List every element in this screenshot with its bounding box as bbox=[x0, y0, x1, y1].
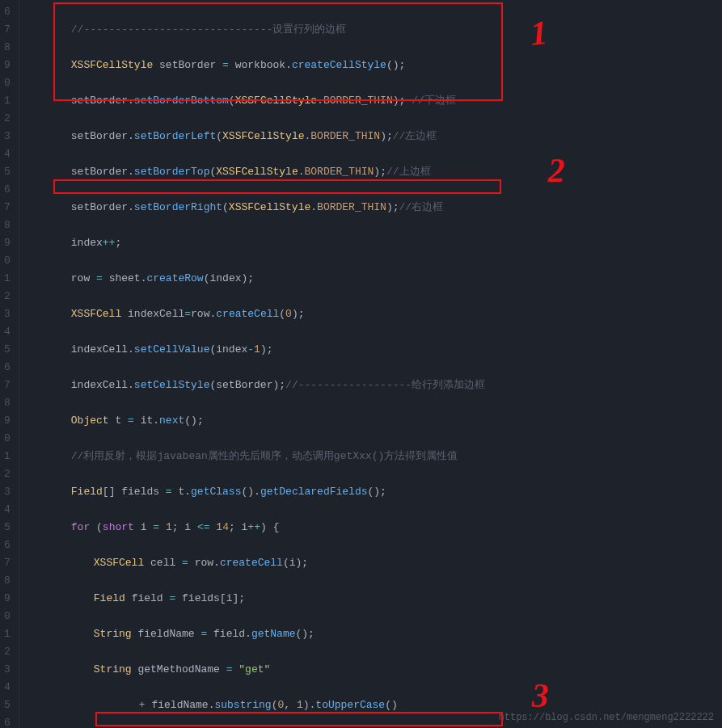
line-number: 1 bbox=[4, 625, 11, 643]
code-line: Field[] fields = t.getClass().getDeclare… bbox=[26, 483, 722, 501]
line-number: 1 bbox=[4, 448, 11, 465]
code-area[interactable]: //------------------------------设置行列的边框 … bbox=[19, 0, 722, 728]
line-number: 2 bbox=[4, 643, 11, 661]
line-number: 3 bbox=[4, 305, 11, 323]
line-number: 9 bbox=[4, 590, 11, 608]
line-number: 0 bbox=[4, 74, 11, 92]
code-line: String getMethodName = "get" bbox=[26, 661, 722, 679]
code-line: XSSFCell indexCell=row.createCell(0); bbox=[26, 305, 722, 323]
line-number: 9 bbox=[4, 234, 11, 252]
code-line: for (short i = 1; i <= 14; i++) { bbox=[26, 519, 722, 537]
line-number: 4 bbox=[4, 501, 11, 519]
code-line: setBorder.setBorderBottom(XSSFCellStyle.… bbox=[26, 92, 722, 110]
line-number: 2 bbox=[4, 288, 11, 305]
code-line: setBorder.setBorderLeft(XSSFCellStyle.BO… bbox=[26, 128, 722, 145]
code-line: Object t = it.next(); bbox=[26, 412, 722, 430]
code-line: //利用反射，根据javabean属性的先后顺序，动态调用getXxx()方法得… bbox=[26, 448, 722, 465]
line-number: 2 bbox=[4, 110, 11, 128]
line-number: 6 bbox=[4, 537, 11, 554]
code-line: XSSFCell cell = row.createCell(i); bbox=[26, 554, 722, 572]
line-number: 0 bbox=[4, 430, 11, 448]
line-number: 6 bbox=[4, 359, 11, 377]
line-number: 5 bbox=[4, 341, 11, 359]
code-line: index++; bbox=[26, 234, 722, 252]
watermark: https://blog.csdn.net/mengmeng2222222 bbox=[499, 712, 714, 723]
line-number: 8 bbox=[4, 394, 11, 412]
line-number: 8 bbox=[4, 217, 11, 234]
line-number: 1 bbox=[4, 270, 11, 288]
line-number: 6 bbox=[4, 3, 11, 21]
line-number: 9 bbox=[4, 57, 11, 74]
line-number: 5 bbox=[4, 519, 11, 537]
line-number: 7 bbox=[4, 377, 11, 394]
line-number: 0 bbox=[4, 608, 11, 625]
line-number: 4 bbox=[4, 679, 11, 696]
code-line: setBorder.setBorderRight(XSSFCellStyle.B… bbox=[26, 199, 722, 217]
line-number: 8 bbox=[4, 572, 11, 590]
code-line: //------------------------------设置行列的边框 bbox=[26, 21, 722, 39]
line-number: 3 bbox=[4, 128, 11, 145]
code-line: indexCell.setCellValue(index-1); bbox=[26, 341, 722, 359]
line-number: 1 bbox=[4, 92, 11, 110]
line-number: 4 bbox=[4, 145, 11, 163]
line-number: 5 bbox=[4, 163, 11, 181]
line-number: 9 bbox=[4, 412, 11, 430]
highlight-box-1 bbox=[53, 2, 503, 101]
code-line: row = sheet.createRow(index); bbox=[26, 270, 722, 288]
line-number: 7 bbox=[4, 199, 11, 217]
line-number: 0 bbox=[4, 252, 11, 270]
line-number: 2 bbox=[4, 465, 11, 483]
code-line: XSSFCellStyle setBorder = workbook.creat… bbox=[26, 57, 722, 74]
code-line: indexCell.setCellStyle(setBorder);//----… bbox=[26, 377, 722, 394]
code-line: setBorder.setBorderTop(XSSFCellStyle.BOR… bbox=[26, 163, 722, 181]
line-number: 6 bbox=[4, 714, 11, 728]
line-number: 3 bbox=[4, 483, 11, 501]
line-number: 8 bbox=[4, 39, 11, 57]
code-line: String fieldName = field.getName(); bbox=[26, 625, 722, 643]
code-editor: 6 7 8 9 0 1 2 3 4 5 6 7 8 9 0 1 2 3 4 5 … bbox=[0, 0, 722, 728]
line-number: 5 bbox=[4, 696, 11, 714]
code-line: Field field = fields[i]; bbox=[26, 590, 722, 608]
line-number: 6 bbox=[4, 181, 11, 199]
line-number: 4 bbox=[4, 323, 11, 341]
line-number-gutter: 6 7 8 9 0 1 2 3 4 5 6 7 8 9 0 1 2 3 4 5 … bbox=[0, 0, 19, 728]
highlight-box-2 bbox=[53, 179, 501, 194]
line-number: 7 bbox=[4, 554, 11, 572]
line-number: 7 bbox=[4, 21, 11, 39]
line-number: 3 bbox=[4, 661, 11, 679]
